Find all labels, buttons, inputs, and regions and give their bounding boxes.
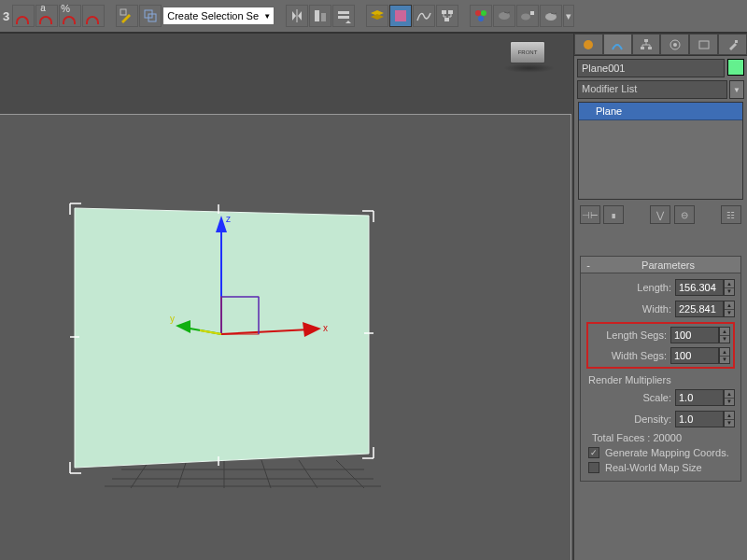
svg-point-33 bbox=[673, 43, 677, 47]
tab-modify-icon[interactable] bbox=[603, 34, 632, 55]
edit-named-selection-icon[interactable] bbox=[116, 5, 138, 27]
object-name-input[interactable] bbox=[577, 59, 725, 77]
width-segs-up-icon[interactable]: ▲ bbox=[720, 348, 729, 357]
percent-snap-icon[interactable]: % bbox=[59, 5, 81, 27]
viewport-scene: z x y bbox=[0, 115, 571, 560]
total-faces-label: Total Faces : 20000 bbox=[592, 432, 735, 443]
viewport-container: FRONT bbox=[0, 34, 573, 560]
length-segs-up-icon[interactable]: ▲ bbox=[720, 328, 729, 336]
svg-rect-5 bbox=[338, 11, 349, 14]
schematic-view-icon[interactable] bbox=[436, 5, 458, 27]
length-label: Length: bbox=[637, 282, 671, 293]
svg-point-11 bbox=[475, 10, 481, 16]
length-spinner[interactable]: ▲▼ bbox=[675, 279, 735, 296]
width-spinner[interactable]: ▲▼ bbox=[675, 301, 735, 317]
rollout-title: Parameters bbox=[596, 259, 740, 271]
viewcube[interactable]: FRONT bbox=[510, 41, 545, 63]
angle-snap-icon[interactable]: a bbox=[35, 5, 58, 27]
real-world-checkbox[interactable] bbox=[588, 462, 599, 473]
rendered-frame-icon[interactable] bbox=[516, 5, 539, 27]
named-selection-manage-icon[interactable] bbox=[139, 5, 162, 27]
length-up-icon[interactable]: ▲ bbox=[725, 280, 734, 288]
render-setup-icon[interactable] bbox=[493, 5, 515, 27]
viewcube-shadow bbox=[503, 63, 555, 73]
gen-mapping-checkbox[interactable]: ✓ bbox=[588, 447, 599, 458]
tab-motion-icon[interactable] bbox=[660, 34, 689, 55]
width-input[interactable] bbox=[675, 301, 724, 317]
gizmo-z-label: z bbox=[226, 214, 231, 224]
density-spinner[interactable]: ▲▼ bbox=[675, 411, 735, 427]
tab-utilities-icon[interactable] bbox=[718, 34, 747, 55]
svg-rect-6 bbox=[338, 16, 349, 19]
perspective-viewport[interactable]: z x y bbox=[0, 114, 571, 560]
render-dropdown-icon[interactable]: ▾ bbox=[563, 5, 574, 27]
svg-rect-31 bbox=[648, 47, 652, 49]
tab-create-icon[interactable] bbox=[574, 34, 603, 55]
configure-sets-icon[interactable]: ☷ bbox=[721, 205, 741, 224]
length-segs-input[interactable] bbox=[670, 327, 719, 343]
graphite-toggle-icon[interactable] bbox=[389, 5, 412, 27]
scale-input[interactable] bbox=[675, 389, 724, 406]
curve-editor-icon[interactable] bbox=[413, 5, 435, 27]
svg-rect-30 bbox=[641, 47, 644, 49]
named-selection-value: Create Selection Se bbox=[167, 10, 259, 21]
material-editor-icon[interactable] bbox=[470, 5, 492, 27]
scale-down-icon[interactable]: ▼ bbox=[725, 399, 734, 406]
pin-stack-icon[interactable]: ⊣⊢ bbox=[580, 205, 600, 224]
align-icon[interactable] bbox=[309, 5, 331, 27]
scale-up-icon[interactable]: ▲ bbox=[725, 390, 734, 399]
density-label: Density: bbox=[634, 413, 671, 425]
length-input[interactable] bbox=[675, 279, 724, 296]
svg-point-28 bbox=[584, 40, 593, 49]
density-up-icon[interactable]: ▲ bbox=[725, 412, 734, 420]
show-end-result-icon[interactable]: ∎ bbox=[603, 205, 624, 224]
parameters-rollout: - Parameters Length: ▲▼ Width: ▲▼ bbox=[580, 256, 741, 482]
width-down-icon[interactable]: ▼ bbox=[725, 310, 734, 317]
density-input[interactable] bbox=[675, 411, 724, 427]
gizmo-x-label: x bbox=[323, 323, 328, 333]
layer-manager-icon[interactable] bbox=[366, 5, 388, 27]
modifier-stack[interactable]: Plane bbox=[578, 102, 743, 200]
width-up-icon[interactable]: ▲ bbox=[725, 301, 734, 310]
svg-rect-10 bbox=[444, 18, 449, 21]
width-segs-down-icon[interactable]: ▼ bbox=[720, 357, 729, 364]
segs-highlight-box: Length Segs: ▲▼ Width Segs: ▲▼ bbox=[586, 322, 735, 369]
main-area: FRONT bbox=[0, 34, 747, 560]
svg-rect-16 bbox=[530, 11, 534, 15]
modifier-list-dropdown[interactable]: Modifier List bbox=[577, 80, 727, 99]
snap-3-label: 3 bbox=[3, 9, 9, 23]
render-multipliers-label: Render Multipliers bbox=[588, 374, 735, 385]
stack-toolbar: ⊣⊢ ∎ ⋁ ⊖ ☷ bbox=[574, 200, 747, 230]
length-segs-label: Length Segs: bbox=[606, 329, 667, 341]
snap-toggle-icon[interactable] bbox=[12, 5, 35, 27]
scale-spinner[interactable]: ▲▼ bbox=[675, 389, 735, 406]
modifier-list-arrow-icon[interactable]: ▼ bbox=[729, 80, 744, 99]
make-unique-icon[interactable]: ⋁ bbox=[650, 205, 670, 224]
command-panel-tabs bbox=[574, 34, 747, 56]
width-segs-spinner[interactable]: ▲▼ bbox=[670, 347, 730, 364]
density-down-icon[interactable]: ▼ bbox=[725, 420, 734, 427]
tab-display-icon[interactable] bbox=[689, 34, 718, 55]
remove-modifier-icon[interactable]: ⊖ bbox=[674, 205, 695, 224]
real-world-label: Real-World Map Size bbox=[605, 462, 702, 473]
spinner-snap-icon[interactable] bbox=[82, 5, 105, 27]
command-panel: Modifier List ▼ Plane ⊣⊢ ∎ ⋁ ⊖ ☷ - Param… bbox=[573, 34, 747, 560]
svg-rect-29 bbox=[644, 39, 648, 42]
gen-mapping-label: Generate Mapping Coords. bbox=[605, 447, 729, 458]
mirror-icon[interactable] bbox=[286, 5, 308, 27]
tab-hierarchy-icon[interactable] bbox=[632, 34, 661, 55]
svg-rect-9 bbox=[448, 10, 453, 14]
width-segs-input[interactable] bbox=[670, 347, 719, 364]
stack-item-plane[interactable]: Plane bbox=[579, 103, 742, 120]
rollout-toggle-icon[interactable]: - bbox=[581, 259, 596, 271]
object-color-swatch[interactable] bbox=[727, 59, 744, 76]
length-down-icon[interactable]: ▼ bbox=[725, 288, 734, 296]
render-icon[interactable] bbox=[540, 5, 562, 27]
length-segs-down-icon[interactable]: ▼ bbox=[720, 336, 729, 343]
svg-rect-3 bbox=[315, 10, 319, 21]
named-selection-dropdown[interactable]: Create Selection Se bbox=[162, 7, 275, 25]
svg-rect-35 bbox=[735, 40, 738, 43]
svg-rect-34 bbox=[699, 41, 709, 49]
align-tools-dropdown-icon[interactable] bbox=[332, 5, 355, 27]
length-segs-spinner[interactable]: ▲▼ bbox=[670, 327, 730, 343]
